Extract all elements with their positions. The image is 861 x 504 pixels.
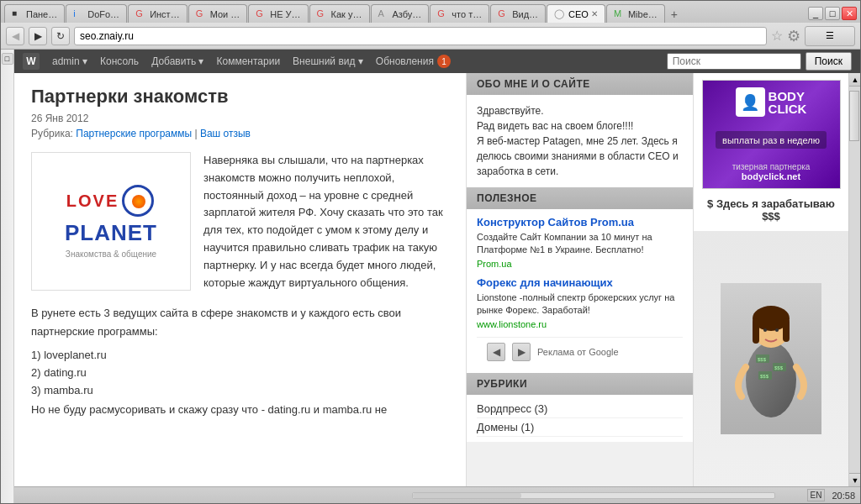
post-list-item-3: 3) mamba.ru <box>31 384 449 396</box>
blog-content-area: Партнерки знакомств 26 Янв 2012 Рубрика:… <box>14 73 466 486</box>
ad-1-url: Prom.ua <box>477 259 512 269</box>
new-tab-button[interactable]: + <box>666 6 683 23</box>
ads-container: Конструктор Сайтов Prom.ua Создайте Сайт… <box>467 209 693 373</box>
tab-6[interactable]: G Как у… <box>309 4 370 23</box>
tab-7-label: Азбу… <box>393 9 422 19</box>
ad-2-url: www.lionstone.ru <box>477 319 547 329</box>
tab-5[interactable]: G НЕ У… <box>248 4 308 23</box>
logo-love-text: LOVE <box>66 192 119 211</box>
tab-11-favicon: M <box>614 8 626 20</box>
wp-admin-bar: W admin ▾ Консоль Добавить ▾ Комментарии… <box>14 50 860 73</box>
settings-icon[interactable]: ⚙ <box>787 27 800 45</box>
ad-prev-button[interactable]: ◀ <box>487 343 505 361</box>
ad-2-title[interactable]: Форекс для начинающих <box>477 276 683 289</box>
tab-bar: ■ Пане… i DoFo… G Инст… G Мои … G НЕ У… … <box>1 1 860 23</box>
tab-10[interactable]: ◯ CEO ✕ <box>547 4 605 23</box>
maximize-button[interactable]: □ <box>825 7 840 20</box>
svg-rect-5 <box>783 318 790 342</box>
post-image: LOVE PLANET Знакомства & общение <box>31 152 191 291</box>
tab-3-favicon: G <box>135 8 147 20</box>
refresh-button[interactable]: ↻ <box>51 27 70 45</box>
updates-link[interactable]: Обновления 1 <box>376 55 451 68</box>
bodyclick-brand: BODY CLICK <box>769 90 807 115</box>
scrollbar[interactable]: ▲ ▼ <box>848 73 860 486</box>
admin-search-input[interactable] <box>667 53 801 70</box>
bodyclick-icon: 👤 <box>736 87 765 117</box>
tab-8[interactable]: G что т… <box>430 4 489 23</box>
rubrics-header: РУБРИКИ <box>467 373 693 395</box>
tab-9[interactable]: G Вид… <box>490 4 546 23</box>
post-comment-link[interactable]: Ваш отзыв <box>200 128 251 139</box>
tab-11-label: Mibe… <box>628 9 658 19</box>
tab-10-close[interactable]: ✕ <box>591 9 598 18</box>
admin-search-button[interactable]: Поиск <box>806 52 852 71</box>
tab-6-favicon: G <box>317 8 329 20</box>
ad-item-1: Конструктор Сайтов Prom.ua Создайте Сайт… <box>477 216 683 270</box>
about-header: ОБО МНЕ И О САЙТЕ <box>467 73 693 95</box>
horizontal-scrollbar[interactable] <box>412 492 774 499</box>
post-intro-text: Наверняка вы слышали, что на партнерках … <box>203 152 449 291</box>
bodyclick-banner[interactable]: 👤 BODY CLICK выплаты раз в неделю тизерн… <box>702 80 841 189</box>
tab-8-label: что т… <box>452 9 482 19</box>
post-meta: Рубрика: Партнерские программы | Ваш отз… <box>31 128 449 139</box>
tab-11[interactable]: M Mibe… <box>606 4 665 23</box>
comments-link[interactable]: Комментарии <box>217 55 281 67</box>
time-display: 20:58 <box>832 491 855 501</box>
tab-4[interactable]: G Мои … <box>188 4 248 23</box>
tab-3[interactable]: G Инст… <box>128 4 188 23</box>
post-full-text: В рунете есть 3 ведущих сайта в сфере зн… <box>31 304 449 341</box>
back-button[interactable]: ◀ <box>6 27 24 45</box>
url-input[interactable] <box>74 27 767 45</box>
bookmark-star-icon[interactable]: ☆ <box>771 28 783 44</box>
add-menu-button[interactable]: Добавить ▾ <box>151 55 203 67</box>
tab-10-label: CEO <box>568 9 589 19</box>
bodyclick-partner-info: тизерная партнерка bodyclick.net <box>732 162 811 181</box>
svg-point-7 <box>775 328 779 332</box>
post-truncated-text: Но не буду расмусоривать и скажу сразу ч… <box>31 403 449 416</box>
chrome-left-button[interactable]: □ <box>2 53 13 65</box>
logo-orbit <box>122 185 156 218</box>
google-ads-label: Реклама от Google <box>537 347 619 357</box>
close-button[interactable]: ✕ <box>842 7 857 20</box>
rubric-item-2[interactable]: Домены (1) <box>477 418 683 437</box>
tab-10-favicon: ◯ <box>554 8 566 20</box>
svg-rect-4 <box>753 318 759 344</box>
scroll-thumb[interactable] <box>849 91 859 141</box>
tab-4-favicon: G <box>196 8 208 20</box>
tab-1[interactable]: ■ Пане… <box>4 4 65 23</box>
h-scroll-thumb[interactable] <box>413 493 521 498</box>
tab-9-label: Вид… <box>512 9 538 19</box>
tab-9-favicon: G <box>498 8 510 20</box>
scroll-track[interactable] <box>849 87 860 473</box>
scroll-down-button[interactable]: ▼ <box>849 473 860 486</box>
ad-1-title[interactable]: Конструктор Сайтов Prom.ua <box>477 216 683 228</box>
left-chrome-strip: □ <box>1 50 14 503</box>
admin-search-bar: Поиск <box>667 52 852 71</box>
bodyclick-tagline: выплаты раз в неделю <box>716 131 827 149</box>
svg-point-6 <box>763 328 767 332</box>
appearance-menu-button[interactable]: Внешний вид ▾ <box>293 55 363 67</box>
svg-text:$$$: $$$ <box>760 374 769 379</box>
far-right-panel: 👤 BODY CLICK выплаты раз в неделю тизерн… <box>693 73 848 486</box>
console-link[interactable]: Консоль <box>100 55 139 67</box>
minimize-button[interactable]: _ <box>808 7 823 20</box>
tab-1-label: Пане… <box>26 9 57 19</box>
right-sidebar: ОБО МНЕ И О САЙТЕ Здравствуйте. Рад виде… <box>466 73 693 486</box>
ad-navigation: ◀ ▶ Реклама от Google <box>477 337 683 366</box>
admin-menu-button[interactable]: admin ▾ <box>52 55 87 67</box>
scroll-up-button[interactable]: ▲ <box>849 73 860 87</box>
ad-next-button[interactable]: ▶ <box>512 343 531 361</box>
rubric-item-1[interactable]: Вордпресс (3) <box>477 400 683 418</box>
tab-2[interactable]: i DoFo… <box>66 4 127 23</box>
about-text: Здравствуйте. Рад видеть вас на своем бл… <box>467 95 693 187</box>
tab-2-label: DoFo… <box>87 9 119 19</box>
rubrics-list: Вордпресс (3) Домены (1) <box>467 395 693 442</box>
chrome-menu[interactable]: ☰ <box>805 26 855 46</box>
tab-1-favicon: ■ <box>12 8 24 20</box>
rubrics-section: РУБРИКИ Вордпресс (3) Домены (1) <box>467 373 693 442</box>
post-category-link[interactable]: Партнерские программы <box>76 128 192 139</box>
logo-planet-text: PLANET <box>65 220 157 246</box>
tab-7[interactable]: A Азбу… <box>371 4 430 23</box>
forward-button[interactable]: ▶ <box>29 27 47 45</box>
ad-item-2: Форекс для начинающих Lionstone -полный … <box>477 276 683 330</box>
